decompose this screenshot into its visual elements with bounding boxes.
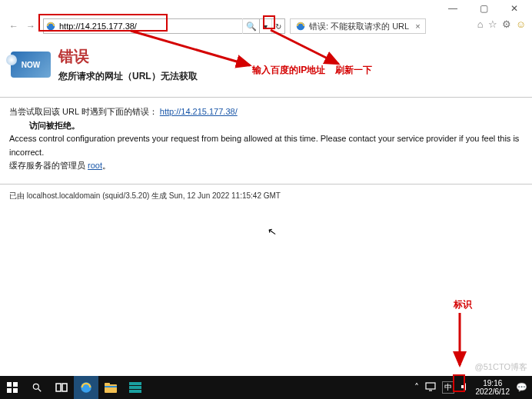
annotation-arrow-tray [452,311,467,373]
settings-gear-icon[interactable]: ⚙ [502,18,511,30]
window-maximize-button[interactable]: ▢ [477,3,490,14]
error-footer: 已由 localhost.localdomain (squid/3.5.20) … [0,189,532,203]
svg-rect-5 [13,388,18,393]
error-badge-icon: NOW [11,52,51,78]
taskbar-ie-icon[interactable] [74,376,98,399]
svg-rect-2 [7,382,12,387]
annotation-label-tray: 标识 [454,298,472,311]
window-minimize-button[interactable]: — [446,3,460,14]
error-line-1: 当尝试取回该 URL 时遇到下面的错误： http://14.215.177.3… [9,105,523,119]
svg-marker-19 [461,383,466,391]
svg-point-6 [33,384,38,389]
tray-network-icon[interactable] [425,382,436,394]
taskbar-server-manager-icon[interactable] [123,376,148,399]
tray-chevron-icon[interactable]: ˄ [414,382,419,393]
svg-rect-12 [105,383,110,386]
tray-volume-icon[interactable] [461,382,470,394]
svg-rect-17 [426,383,435,389]
svg-rect-15 [129,386,141,389]
window-close-button[interactable]: ✕ [507,3,521,14]
svg-line-21 [271,30,338,64]
tab-close-button[interactable]: × [415,22,420,31]
svg-rect-9 [62,384,67,391]
svg-line-20 [131,31,250,65]
svg-rect-16 [129,390,141,393]
taskbar-clock[interactable]: 19:16 2022/6/12 [476,379,510,396]
tray-ime-button[interactable]: 中 [442,381,454,394]
error-admin-link[interactable]: root [88,161,102,170]
action-center-icon[interactable]: 💬 [516,382,527,393]
taskbar: ˄ 中 19:16 2022/6/12 💬 [0,376,532,399]
error-line-4: 缓存服务器的管理员 root。 [9,159,523,173]
svg-line-7 [38,389,42,392]
error-line-2: 访问被拒绝。 [29,121,80,130]
address-favicon-ie [44,21,58,32]
error-line-3: Access control configuration prevents yo… [9,132,523,159]
task-view-icon[interactable] [49,376,74,399]
home-icon[interactable]: ⌂ [477,18,484,30]
svg-rect-8 [56,384,61,391]
nav-back-button[interactable]: ← [6,18,22,34]
start-button[interactable] [0,376,25,399]
svg-rect-4 [7,388,12,393]
taskbar-explorer-icon[interactable] [98,376,123,399]
svg-rect-13 [105,386,117,387]
nav-forward-button[interactable]: → [23,18,38,34]
svg-rect-3 [13,382,18,387]
annotation-arrow-refresh [269,27,361,73]
favorites-icon[interactable]: ☆ [488,18,497,30]
error-url-link[interactable]: http://14.215.177.38/ [160,107,238,116]
feedback-smile-icon[interactable]: ☺ [516,18,526,30]
taskbar-search-icon[interactable] [25,376,49,399]
svg-rect-14 [129,382,141,385]
annotation-arrow-url [127,27,265,73]
